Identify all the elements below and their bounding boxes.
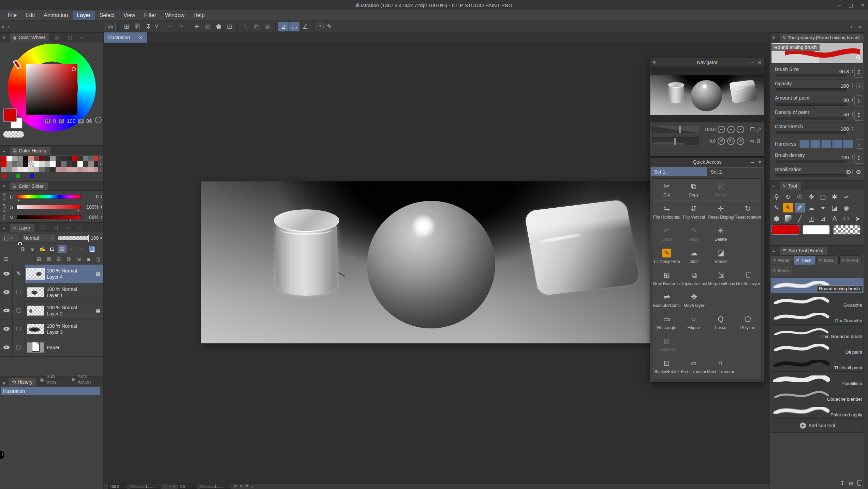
register-default-icon[interactable]: ↧ [854,95,863,106]
history-swatch[interactable] [39,167,45,172]
history-swatch[interactable] [83,167,88,172]
rotate-right-icon[interactable]: ↻ [240,484,243,489]
wrench-icon[interactable]: ⚙ [856,168,861,176]
nav-rotate-right-icon[interactable]: ↻ [727,137,735,145]
qa-delete[interactable]: ✳Delete [707,223,734,245]
tab-mixing-icon[interactable]: ◫ [64,33,76,42]
param-stepper[interactable]: ▴▾ [852,155,853,159]
delete-sub-tool-icon[interactable] [857,481,861,486]
qa-paste[interactable]: ⎘Paste [707,179,734,201]
tab-color-slider[interactable]: ☰ Color Slider [10,182,48,190]
transfer-layer-icon[interactable]: ⧉ [64,255,73,263]
history-swatch[interactable] [77,167,83,172]
history-swatch[interactable] [34,161,39,167]
layer-thumbnail[interactable] [27,287,44,297]
tab-approx-color-icon[interactable]: ⚏ [77,33,88,42]
layer-opacity-slider[interactable] [58,236,89,240]
nav-reset-rotation-icon[interactable]: ⟳ [737,137,744,145]
sub-color-button[interactable] [802,225,830,235]
subtool-group-water[interactable]: ✐Water [771,255,793,265]
tab-sub-view[interactable]: ▣Sub View [36,372,68,386]
register-default-icon[interactable]: ↧ [854,110,863,121]
nav-zoom-out-icon[interactable]: − [718,126,725,133]
brush-dry-gouache[interactable]: Dry Gouache [771,309,864,325]
brush-gouache[interactable]: Gouache [771,293,864,309]
history-swatch[interactable] [56,161,61,167]
param-value[interactable]: 80 [832,98,849,103]
qa-eraser[interactable]: ◪Eraser [707,245,734,267]
layer-checkbox[interactable] [16,327,21,331]
text-tool-icon[interactable]: A [829,214,840,223]
param-stepper[interactable]: ▴▾ [852,127,853,131]
history-swatch[interactable] [50,161,56,167]
collapse-right-icon[interactable]: › [850,23,852,30]
qa-free-transfor[interactable]: ▱Free Transfor [680,355,707,377]
qa-mesh-transfor[interactable]: ⌗Mesh Transfor [707,355,734,377]
qa-polyline[interactable]: ⬠Polyline [734,311,761,333]
subtool-group-thick[interactable]: ✐Thick [794,255,816,265]
qa-delete-layer[interactable]: Delete Layer [735,267,761,289]
sv-square[interactable] [26,64,77,115]
tab-animation-icon[interactable]: ◫ [50,223,61,232]
new-raster-layer-icon[interactable]: ⊞ [34,255,43,263]
history-swatch[interactable] [83,161,88,167]
register-default-icon[interactable]: ↧ [854,67,863,78]
airbrush-tool-icon[interactable]: ☁ [806,203,816,212]
recent-swatch[interactable] [2,174,6,178]
history-swatch[interactable] [17,167,23,172]
param-value[interactable]: 100 [832,155,849,160]
layer-row-layer-4[interactable]: ✎100 % NormalLayer 4▦ [0,265,103,283]
history-swatch[interactable] [17,161,23,167]
close-panel-icon[interactable]: ✕ [758,60,762,65]
history-swatch[interactable] [28,167,34,172]
tab-layer[interactable]: ≋ Layer [10,224,34,232]
layer-color-icon[interactable]: ▾ [87,245,96,253]
minimize-panel-icon[interactable]: ─ [751,160,754,165]
nav-flip-horizontal-icon[interactable]: ⇋ [750,138,754,144]
new-vector-layer-icon[interactable]: ⊠ [44,255,53,263]
mode-hsv[interactable]: HSV [2,204,6,212]
param-value[interactable]: 66.8 [832,69,849,74]
navigator-rotation-slider[interactable] [652,137,699,145]
reference-layer-icon[interactable]: ⍦ [28,245,37,253]
tab-color-history[interactable]: ▤ Color History [10,147,50,155]
maximize-icon[interactable]: ▢ [849,2,853,8]
qa-new-raster-lay[interactable]: ⊞New Raster Lay [653,267,680,289]
sv-marker[interactable] [72,67,76,71]
reset-rotation-icon[interactable]: ⟳ [246,484,249,489]
history-swatch[interactable] [17,156,23,161]
history-swatch[interactable] [61,167,67,172]
save-icon[interactable]: ↧ [143,22,153,31]
nav-actual-size-icon[interactable]: ⤢ [756,127,761,133]
layer-opacity-stepper[interactable]: ▴▾ [100,236,102,240]
tab-auto-action[interactable]: ▶Auto Action [69,372,103,386]
value-slider[interactable]: ▲ [17,215,81,219]
close-icon[interactable]: ✕ [860,2,865,8]
delete-icon[interactable]: ✳ [192,22,202,31]
layer-thumbnail[interactable] [27,269,44,279]
history-swatch[interactable] [45,167,50,172]
selection-tool-icon[interactable]: ▢ [818,192,828,202]
layer-checkbox[interactable] [16,345,21,350]
history-swatch[interactable] [72,156,77,161]
param-value[interactable]: 100 [832,83,849,89]
document-tab[interactable]: Illustration ✕ [104,32,147,43]
lock-transparent-icon[interactable]: ▦ [58,245,67,253]
shade-tool-icon[interactable]: ◩ [251,22,262,31]
balloon-tool-icon[interactable]: ⬭ [841,214,851,223]
minimize-icon[interactable]: ─ [838,2,841,8]
color-mode-toggle-icon[interactable]: ▷ [95,117,102,123]
close-panel-icon[interactable]: ✕ [758,160,762,165]
minimize-panel-icon[interactable]: ─ [751,60,754,65]
menu-item-help[interactable]: Help [189,11,209,20]
navigator-preview[interactable] [650,67,764,122]
history-swatch[interactable] [67,156,72,161]
param-slider[interactable] [776,88,847,91]
hue-stepper[interactable]: ▴▾ [101,195,102,199]
zoom-tool-icon[interactable]: ⚲ [771,192,782,202]
layer-effect-combo[interactable]: ▢▾ [2,234,19,242]
layer-thumbnail[interactable] [27,324,44,334]
layer-checkbox[interactable] [16,290,21,294]
history-swatch[interactable] [23,156,28,161]
snap-grid-icon[interactable]: ∠ [300,22,310,31]
